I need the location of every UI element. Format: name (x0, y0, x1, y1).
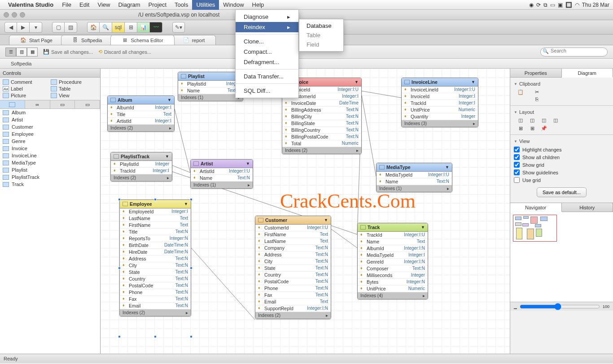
field-row[interactable]: ♦MediaTypeIdInteger:I (358, 252, 428, 259)
chevron-down-icon[interactable]: ▼ (246, 161, 250, 166)
field-row[interactable]: ♦InvoiceIdInteger:I (402, 93, 478, 100)
table-artist[interactable]: Artist▼♦ArtistIdInteger:I:U♦NameText:NIn… (190, 159, 253, 189)
dd-sqldiff[interactable]: SQL Diff... (236, 86, 298, 96)
table-row[interactable]: Track (0, 181, 100, 188)
field-row[interactable]: ♦AlbumIdInteger:I (108, 104, 174, 111)
breadcrumb-current[interactable]: Softpedia (11, 61, 31, 66)
window-controls[interactable] (4, 12, 25, 17)
checkbox[interactable] (514, 169, 520, 175)
tab-properties[interactable]: Properties (510, 69, 562, 78)
check-show-grid[interactable]: Show grid (514, 161, 609, 169)
field-row[interactable]: ♦TrackIdInteger:I:U (358, 232, 428, 238)
table-header[interactable]: Playlist▼ (178, 72, 243, 81)
table-row[interactable]: Artist (0, 116, 100, 123)
field-row[interactable]: ♦BillingStateText:N (282, 120, 361, 127)
field-row[interactable]: ♦EmployeeIdInteger:I (120, 208, 191, 215)
zoom-slider[interactable] (520, 303, 600, 310)
checkbox[interactable] (514, 162, 520, 168)
wifi-icon[interactable]: ◠ (575, 2, 579, 8)
chevron-down-icon[interactable]: ▼ (324, 218, 328, 222)
table-footer[interactable]: Indexes (3)▸ (402, 120, 478, 127)
chevron-down-icon[interactable]: ▼ (471, 80, 475, 84)
table-footer[interactable]: Indexes (2)▸ (108, 125, 174, 131)
field-row[interactable]: ♦StateText:N (120, 269, 191, 276)
menu-project[interactable]: Project (144, 0, 171, 10)
field-row[interactable]: ♦PostalCodeText:N (120, 282, 191, 289)
check-show-guidelines[interactable]: Show guidelines (514, 169, 609, 176)
tab-history[interactable]: History (562, 203, 613, 212)
battery-icon[interactable]: 🔲 (565, 2, 572, 8)
field-row[interactable]: ♦InvoiceLineIdInteger:I:U (402, 87, 478, 93)
home-button[interactable]: 🏠 (87, 22, 100, 33)
zoom-out-icon[interactable]: ▁ (514, 304, 517, 309)
dd-reindex[interactable]: Reindex▸ (236, 22, 298, 32)
ctrl-procedure[interactable]: Procedure (51, 79, 97, 85)
clock[interactable]: Thu 28 Mar (582, 2, 609, 8)
layout-6-icon[interactable]: ⊞ (529, 126, 535, 132)
section-clipboard[interactable]: Clipboard (514, 81, 609, 87)
tab-schema-editor[interactable]: ⊞Schema Editor (110, 35, 174, 45)
selection-handle[interactable] (118, 335, 121, 338)
table-header[interactable]: InvoiceLine▼ (402, 78, 478, 87)
selection-handle[interactable] (154, 198, 157, 201)
tab-softpedia[interactable]: 🗄Softpedia (61, 35, 113, 45)
table-footer[interactable]: Indexes (2)▸ (120, 309, 191, 316)
field-row[interactable]: ♦StateText:N (255, 265, 331, 272)
section-layout[interactable]: Layout (514, 109, 609, 115)
field-row[interactable]: ♦EmailText:N (120, 303, 191, 309)
field-row[interactable]: ♦SupportRepIdInteger:I:N (255, 305, 331, 312)
selection-handle[interactable] (190, 198, 193, 201)
field-row[interactable]: ♦BillingCountryText:N (282, 127, 361, 134)
menu-help[interactable]: Help (248, 0, 268, 10)
open-button[interactable]: ▤ (65, 22, 77, 33)
table-header[interactable]: MediaType▼ (377, 163, 452, 172)
field-row[interactable]: ♦BillingCityText:N (282, 113, 361, 120)
chevron-down-icon[interactable]: ▼ (355, 80, 359, 84)
table-playlisttrack[interactable]: PlaylistTrack▼♦PlaylistIdInteger♦TrackId… (110, 152, 172, 182)
table-header[interactable]: Customer▼ (255, 216, 331, 225)
field-row[interactable]: ♦ComposerText:N (358, 265, 428, 272)
view-grid[interactable]: ▦ (27, 48, 38, 56)
save-default-button[interactable]: Save as default... (537, 187, 587, 197)
section-view[interactable]: View (514, 139, 609, 144)
table-header[interactable]: Track▼ (358, 223, 428, 232)
search-button[interactable]: 🔍 (100, 22, 112, 33)
field-row[interactable]: ♦TotalNumeric (282, 140, 361, 147)
display-icon[interactable]: ▭ (550, 2, 555, 8)
chevron-down-icon[interactable]: ▼ (184, 202, 188, 206)
search-input[interactable] (551, 48, 604, 53)
field-row[interactable]: ♦QuantityInteger (402, 113, 478, 120)
table-row[interactable]: Invoice (0, 145, 100, 152)
field-row[interactable]: ♦CountryText:N (255, 272, 331, 278)
chart-button[interactable]: 📊 (137, 22, 150, 33)
tab-startpage[interactable]: 🏠Start Page (9, 35, 64, 45)
dd-defragment[interactable]: Defragment... (236, 57, 298, 67)
table-employee[interactable]: Employee▼♦EmployeeIdInteger:I♦LastNameTe… (119, 199, 191, 316)
table-footer[interactable]: Indexes (2)▸ (111, 174, 172, 181)
field-row[interactable]: ♦NameText (358, 238, 428, 245)
schema-button[interactable]: ⊞ (125, 22, 137, 33)
chevron-down-icon[interactable]: ▼ (167, 98, 171, 102)
field-row[interactable]: ♦FirstNameText (255, 231, 331, 238)
status-icon[interactable]: ◉ (529, 2, 534, 8)
table-footer[interactable]: Indexes (2)▸ (282, 147, 361, 154)
field-row[interactable]: ♦NameText:N (191, 175, 253, 182)
table-customer[interactable]: Customer▼♦CustomerIdInteger:I:U♦FirstNam… (255, 216, 331, 319)
field-row[interactable]: ♦CompanyText:N (255, 245, 331, 251)
field-row[interactable]: ♦BytesInteger:N (358, 279, 428, 286)
table-row[interactable]: InvoiceLine (0, 152, 100, 159)
notif-icon[interactable]: ▣ (558, 2, 563, 8)
tab-report[interactable]: 📄report (172, 35, 216, 45)
tab-tables[interactable] (0, 100, 25, 108)
table-row[interactable]: PlaylistTrack (0, 173, 100, 181)
ctrl-picture[interactable]: Picture (3, 93, 49, 98)
view-list[interactable]: ☰ (5, 48, 16, 56)
sub-table[interactable]: Table (299, 30, 343, 40)
dd-compact[interactable]: Compact... (236, 47, 298, 57)
tab-navigator[interactable]: Navigator (510, 203, 562, 212)
checkbox[interactable] (514, 177, 520, 183)
field-row[interactable]: ♦BillingAddressText:N (282, 107, 361, 113)
menu-window[interactable]: Window (219, 0, 248, 10)
view-cols[interactable]: ▥ (16, 48, 27, 56)
table-header[interactable]: Album▼ (108, 96, 174, 104)
